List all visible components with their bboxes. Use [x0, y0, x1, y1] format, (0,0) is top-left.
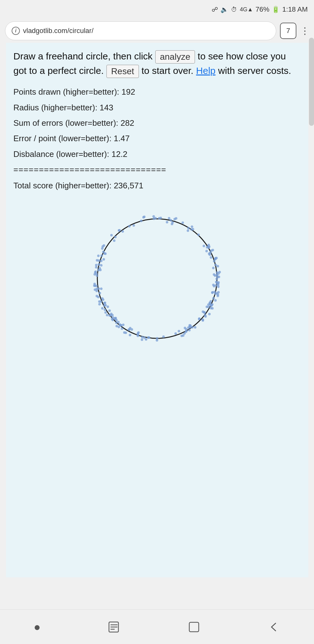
- svg-point-108: [104, 304, 107, 306]
- svg-point-151: [145, 338, 147, 341]
- back-button[interactable]: [268, 621, 280, 633]
- svg-point-23: [121, 230, 124, 232]
- battery-level: 76%: [255, 5, 269, 14]
- svg-point-167: [210, 304, 212, 307]
- svg-point-146: [218, 271, 221, 273]
- svg-point-99: [128, 334, 131, 336]
- svg-point-203: [108, 309, 111, 312]
- battery-icon: 🔋: [272, 6, 280, 13]
- svg-point-113: [215, 277, 218, 280]
- svg-point-208: [114, 317, 117, 319]
- tab-count[interactable]: 7: [280, 23, 296, 39]
- circle-canvas-area[interactable]: [14, 197, 301, 360]
- svg-point-18: [121, 327, 123, 330]
- svg-point-96: [203, 245, 205, 247]
- svg-point-194: [106, 314, 108, 316]
- svg-point-119: [97, 287, 100, 290]
- menu-dots[interactable]: ⋮: [300, 26, 309, 36]
- svg-point-127: [123, 331, 125, 334]
- circle-svg[interactable]: [82, 203, 233, 354]
- freehand-dots: [93, 215, 221, 341]
- svg-point-189: [132, 224, 135, 226]
- instruction-part3: to start over.: [139, 65, 196, 76]
- content-area: Draw a freehand circle, then click analy…: [6, 43, 308, 577]
- stat-radius: Radius (higher=better): 143: [14, 100, 301, 115]
- svg-point-92: [97, 254, 100, 257]
- svg-point-70: [106, 305, 109, 308]
- svg-point-171: [188, 325, 191, 328]
- svg-point-116: [205, 250, 208, 252]
- svg-point-39: [166, 221, 168, 223]
- svg-point-193: [97, 296, 100, 298]
- svg-point-63: [194, 326, 196, 328]
- svg-point-148: [95, 264, 97, 266]
- svg-point-15: [214, 299, 217, 302]
- svg-point-158: [94, 284, 96, 287]
- svg-point-180: [216, 265, 219, 267]
- svg-point-191: [95, 272, 98, 275]
- svg-point-87: [118, 229, 121, 231]
- svg-point-100: [216, 271, 218, 274]
- svg-point-136: [104, 252, 106, 255]
- svg-point-149: [178, 330, 180, 332]
- svg-point-28: [95, 266, 97, 268]
- address-bar[interactable]: i vladgotlib.com/circular/: [5, 21, 276, 40]
- svg-point-5: [212, 297, 214, 299]
- stat-disbalance: Disbalance (lower=better): 12.2: [14, 147, 301, 162]
- svg-point-131: [216, 293, 219, 296]
- svg-point-141: [98, 267, 101, 269]
- svg-point-42: [180, 335, 183, 337]
- svg-point-156: [128, 328, 130, 331]
- svg-point-41: [100, 254, 103, 257]
- svg-point-86: [181, 221, 184, 224]
- svg-point-81: [171, 223, 173, 225]
- svg-point-206: [122, 323, 124, 326]
- svg-point-44: [130, 328, 133, 330]
- instruction-part4: with server costs.: [215, 65, 291, 76]
- svg-point-9: [101, 307, 104, 309]
- recent-button[interactable]: [108, 621, 120, 633]
- instruction-text: Draw a freehand circle, then click analy…: [14, 49, 301, 78]
- svg-point-153: [137, 331, 140, 334]
- info-icon: i: [12, 27, 20, 35]
- svg-point-71: [152, 217, 155, 220]
- url-text: vladgotlib.com/circular/: [23, 27, 94, 35]
- svg-point-142: [212, 284, 214, 286]
- svg-point-184: [184, 327, 186, 329]
- svg-point-30: [96, 259, 98, 261]
- analyze-button[interactable]: analyze: [155, 50, 195, 64]
- mute-icon: 🔈: [220, 6, 228, 13]
- svg-point-209: [103, 302, 106, 304]
- svg-point-36: [213, 260, 215, 262]
- home-button[interactable]: ●: [34, 620, 41, 634]
- stat-error-per-point: Error / point (lower=better): 1.47: [14, 131, 301, 146]
- svg-point-159: [148, 336, 150, 339]
- svg-point-122: [191, 225, 193, 228]
- svg-point-55: [114, 236, 117, 238]
- svg-point-187: [208, 313, 210, 315]
- svg-point-93: [110, 234, 113, 236]
- svg-point-179: [204, 315, 207, 318]
- svg-point-0: [162, 335, 165, 338]
- svg-point-48: [212, 267, 214, 269]
- svg-point-106: [98, 300, 100, 303]
- svg-point-201: [110, 314, 112, 316]
- stats-area: Points drawn (higher=better): 192 Radius…: [14, 84, 301, 177]
- instruction-part1: Draw a freehand circle, then click: [14, 51, 155, 61]
- svg-point-115: [140, 338, 143, 341]
- reset-button[interactable]: Reset: [106, 65, 139, 78]
- svg-point-14: [128, 225, 130, 227]
- svg-point-98: [187, 227, 190, 229]
- scrollbar[interactable]: [309, 38, 314, 126]
- svg-point-205: [111, 319, 114, 321]
- svg-point-198: [117, 325, 120, 328]
- svg-point-111: [175, 217, 177, 219]
- svg-point-195: [117, 321, 119, 323]
- help-link[interactable]: Help: [196, 65, 216, 76]
- svg-point-112: [104, 308, 106, 311]
- status-bar: ☍ 🔈 ⏱ 4G​​▲ 76% 🔋 1:18 AM: [0, 0, 314, 19]
- svg-point-174: [214, 258, 216, 260]
- windows-button[interactable]: [188, 621, 200, 633]
- svg-point-173: [140, 219, 142, 222]
- svg-point-168: [101, 247, 103, 250]
